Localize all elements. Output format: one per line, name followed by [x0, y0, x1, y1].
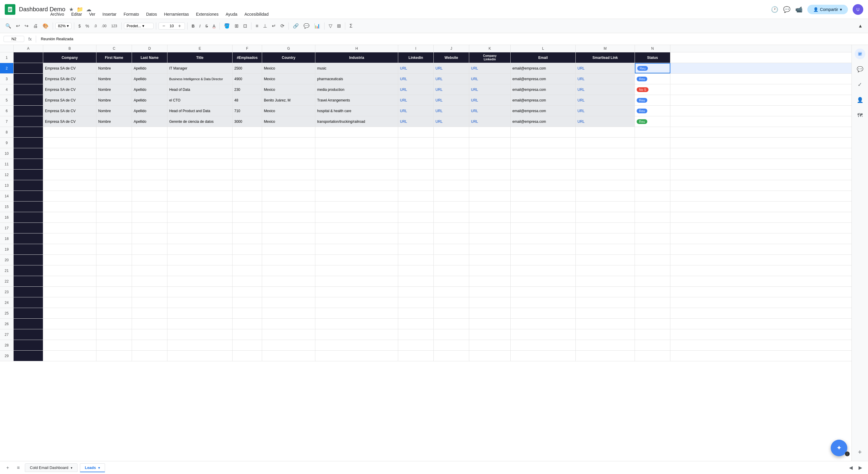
cell-25-h[interactable] [315, 308, 398, 318]
col-header-d[interactable]: D [132, 45, 167, 52]
cell-27-a[interactable] [13, 329, 43, 340]
cell-23-m[interactable] [576, 287, 635, 297]
cell-14-j[interactable] [434, 191, 469, 201]
cell-8-j[interactable] [434, 127, 469, 137]
cell-19-a[interactable] [13, 244, 43, 254]
cell-29-i[interactable] [398, 351, 434, 361]
print-button[interactable]: 🖨 [31, 22, 40, 30]
row-num-9[interactable]: 9 [0, 137, 13, 148]
cell-7-d[interactable]: Apellido [132, 116, 167, 127]
cell-18-i[interactable] [398, 233, 434, 244]
cell-28-h[interactable] [315, 340, 398, 350]
cell-17-g[interactable] [262, 223, 315, 233]
redo-button[interactable]: ↪ [23, 22, 30, 30]
cell-11-c[interactable] [96, 159, 132, 169]
cell-10-f[interactable] [232, 148, 262, 159]
col-header-e[interactable]: E [167, 45, 232, 52]
cell-16-j[interactable] [434, 212, 469, 222]
cell-5-f[interactable]: 48 [232, 95, 262, 105]
cell-23-g[interactable] [262, 287, 315, 297]
cell-19-c[interactable] [96, 244, 132, 254]
cell-10-a[interactable] [13, 148, 43, 159]
cell-17-d[interactable] [132, 223, 167, 233]
cell-26-e[interactable] [167, 319, 232, 329]
cell-21-e[interactable] [167, 265, 232, 276]
tab-leads[interactable]: Leads ▾ [80, 463, 105, 472]
row-num-18[interactable]: 18 [0, 233, 13, 244]
cell-11-j[interactable] [434, 159, 469, 169]
cell-15-e[interactable] [167, 201, 232, 212]
cell-28-g[interactable] [262, 340, 315, 350]
cell-11-f[interactable] [232, 159, 262, 169]
cell-20-k[interactable] [469, 255, 510, 265]
cell-8-a[interactable] [13, 127, 43, 137]
cell-13-k[interactable] [469, 180, 510, 191]
row-num-29[interactable]: 29 [0, 351, 13, 361]
cell-19-i[interactable] [398, 244, 434, 254]
cell-22-j[interactable] [434, 276, 469, 286]
cell-27-k[interactable] [469, 329, 510, 340]
insert-comment-button[interactable]: 💬 [302, 22, 311, 30]
cell-23-k[interactable] [469, 287, 510, 297]
cell-17-f[interactable] [232, 223, 262, 233]
cell-5-k[interactable]: URL [469, 95, 510, 105]
zoom-control[interactable]: 82% ▾ [55, 23, 71, 29]
comment-icon[interactable]: 💬 [783, 6, 790, 13]
cell-2-g[interactable]: Mexico [262, 63, 315, 73]
strikethrough-button[interactable]: S̶ [204, 23, 210, 30]
fill-color-button[interactable]: 🪣 [222, 22, 231, 30]
cell-22-g[interactable] [262, 276, 315, 286]
menu-editar[interactable]: Editar [68, 11, 85, 18]
cell-19-j[interactable] [434, 244, 469, 254]
row-num-14[interactable]: 14 [0, 191, 13, 201]
cell-13-h[interactable] [315, 180, 398, 191]
share-button[interactable]: 👤 Compartir ▾ [807, 5, 848, 14]
row-num-11[interactable]: 11 [0, 159, 13, 169]
cell-1-b[interactable]: Company [43, 52, 96, 63]
table-button[interactable]: ⊞ [335, 22, 343, 30]
cell-14-m[interactable] [576, 191, 635, 201]
cell-26-n[interactable] [635, 319, 671, 329]
undo-button[interactable]: ↩ [14, 22, 22, 30]
cell-3-k[interactable]: URL [469, 74, 510, 84]
cell-15-f[interactable] [232, 201, 262, 212]
cell-6-k[interactable]: URL [469, 106, 510, 116]
sidebar-icon-tasks[interactable]: ✓ [855, 79, 865, 90]
cell-5-d[interactable]: Apellido [132, 95, 167, 105]
cell-16-c[interactable] [96, 212, 132, 222]
cell-21-a[interactable] [13, 265, 43, 276]
cell-9-n[interactable] [635, 137, 671, 148]
cell-4-b[interactable]: Empresa SA de CV [43, 84, 96, 95]
cell-7-e[interactable]: Gerente de ciencia de datos [167, 116, 232, 127]
cell-7-h[interactable]: transportation/trucking/railroad [315, 116, 398, 127]
cell-24-d[interactable] [132, 297, 167, 308]
cell-19-k[interactable] [469, 244, 510, 254]
cell-23-l[interactable] [510, 287, 576, 297]
cell-27-j[interactable] [434, 329, 469, 340]
cell-25-b[interactable] [43, 308, 96, 318]
cell-1-i[interactable]: Linkedin [398, 52, 434, 63]
cell-5-i[interactable]: URL [398, 95, 434, 105]
cell-8-c[interactable] [96, 127, 132, 137]
cell-9-k[interactable] [469, 137, 510, 148]
merge-button[interactable]: ⊡ [241, 22, 249, 30]
cell-3-i[interactable]: URL [398, 74, 434, 84]
cell-19-l[interactable] [510, 244, 576, 254]
cell-3-a[interactable] [13, 74, 43, 84]
cell-23-f[interactable] [232, 287, 262, 297]
cell-28-c[interactable] [96, 340, 132, 350]
cell-18-f[interactable] [232, 233, 262, 244]
cell-15-c[interactable] [96, 201, 132, 212]
formula-input[interactable] [38, 37, 864, 41]
row-num-2[interactable]: 2 [0, 63, 13, 73]
cell-16-f[interactable] [232, 212, 262, 222]
cell-9-i[interactable] [398, 137, 434, 148]
cell-20-j[interactable] [434, 255, 469, 265]
cell-1-g[interactable]: Country [262, 52, 315, 63]
cell-9-l[interactable] [510, 137, 576, 148]
cell-13-l[interactable] [510, 180, 576, 191]
percent-button[interactable]: % [84, 23, 91, 30]
cell-25-d[interactable] [132, 308, 167, 318]
cell-24-b[interactable] [43, 297, 96, 308]
cell-15-g[interactable] [262, 201, 315, 212]
